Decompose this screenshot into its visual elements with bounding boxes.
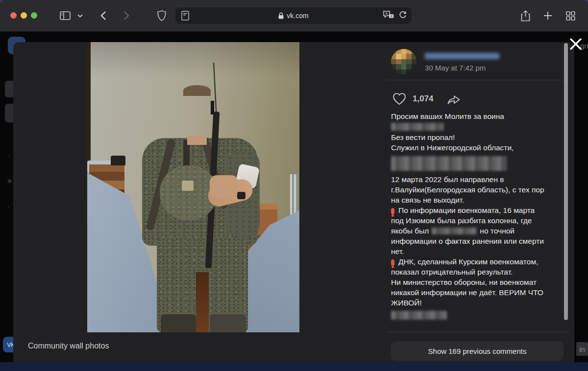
- back-button[interactable]: [95, 7, 112, 24]
- post-line: 12 марта 2022 был направлен в: [391, 174, 568, 185]
- like-heart-icon[interactable]: [392, 92, 407, 106]
- forward-button[interactable]: [118, 7, 135, 24]
- like-count[interactable]: 1,074: [413, 94, 434, 104]
- safari-window: vk.com A文 ○ ◉ ▫ VK in gn: [0, 0, 588, 371]
- share-icon[interactable]: [516, 7, 534, 24]
- post-line: никакой информации не даёт. ВЕРИМ ЧТО: [391, 287, 568, 298]
- post-line: нет.: [391, 246, 568, 256]
- post-line: По информации военкомата, 16 марта: [391, 205, 568, 215]
- photo-lightbox: Community wall photos 30 May at 7:42 pm …: [13, 42, 574, 362]
- post-line: информации о фактах ранения или смерти: [391, 236, 568, 246]
- show-previous-comments-button[interactable]: Show 169 previous comments: [391, 341, 564, 361]
- sidebar-chevron-down-icon[interactable]: [74, 7, 85, 24]
- post-line: Просим ваших Молитв за воина: [391, 111, 568, 121]
- redacted-text: [391, 311, 447, 320]
- privacy-shield-icon[interactable]: [153, 7, 171, 24]
- divider: [386, 332, 568, 332]
- sidebar-glyph: ◉: [7, 178, 12, 184]
- divider: [386, 80, 568, 80]
- redacted-text: [391, 123, 444, 131]
- browser-toolbar: vk.com A文: [0, 0, 588, 32]
- close-window-button[interactable]: [10, 12, 17, 19]
- redacted-text: [432, 228, 477, 234]
- post-line: Без вести пропал!: [391, 132, 568, 142]
- minimize-window-button[interactable]: [21, 12, 27, 19]
- post-line: ДНК, сделанный Курским военкоматом,: [391, 256, 568, 267]
- address-bar[interactable]: vk.com A文: [175, 7, 412, 24]
- panel-scrollbar[interactable]: [564, 43, 568, 320]
- page-footer-background: [0, 362, 588, 371]
- photo-boot: [161, 314, 196, 332]
- photo-watch: [237, 192, 245, 199]
- photo-viewer[interactable]: [87, 42, 299, 332]
- zoom-window-button[interactable]: [31, 12, 37, 19]
- url-text: vk.com: [287, 12, 308, 20]
- post-line: якобы былно точной: [391, 226, 568, 236]
- redacted-text: [391, 156, 507, 171]
- photo-pixelated-face: [180, 91, 214, 139]
- red-exclamation-icon: [391, 259, 394, 266]
- new-tab-icon[interactable]: [539, 7, 557, 24]
- sidebar-glyph: ○: [7, 153, 11, 159]
- lock-icon: [278, 12, 284, 19]
- photo-floor-gap: [196, 272, 209, 332]
- translate-icon[interactable]: A文: [383, 10, 394, 19]
- linkedin-icon: in: [576, 342, 588, 356]
- share-post-icon[interactable]: [446, 93, 461, 105]
- red-exclamation-icon: [391, 208, 394, 214]
- post-actions: 1,074: [392, 92, 461, 106]
- post-line: Ни министерство обороны, ни военкомат: [391, 277, 568, 287]
- post-text: Просим ваших Молитв за воина Без вести п…: [391, 111, 568, 320]
- post-line: ЖИВОЙ!: [391, 298, 568, 308]
- post-line: г.Валуйки(Белгородская область), с тех п…: [391, 185, 568, 195]
- sidebar-toggle-icon[interactable]: [56, 7, 74, 24]
- close-lightbox-icon[interactable]: [569, 38, 582, 50]
- redacted-author-name[interactable]: [425, 53, 499, 59]
- post-line: показал отрицательный результат.: [391, 267, 568, 277]
- post-line: Служил в Нижегородской области,: [391, 142, 568, 153]
- avatar[interactable]: [391, 49, 416, 74]
- post-panel: 30 May at 7:42 pm 1,074 Просим ваших Мол…: [386, 42, 568, 362]
- photo-hand: [210, 175, 238, 198]
- post-line: под Изюмом была разбита колонна, где: [391, 215, 568, 226]
- svg-text:文: 文: [390, 15, 393, 18]
- svg-text:A: A: [385, 11, 388, 16]
- reload-icon[interactable]: [399, 11, 407, 19]
- sidebar-glyph: ▫: [7, 204, 9, 210]
- tab-overview-icon[interactable]: [562, 7, 579, 24]
- photo-caption: Community wall photos: [28, 342, 109, 350]
- post-date[interactable]: 30 May at 7:42 pm: [425, 64, 486, 72]
- post-line: на связь не выходит.: [391, 195, 568, 205]
- photo-boot: [210, 314, 246, 332]
- photo-patch: [182, 181, 194, 191]
